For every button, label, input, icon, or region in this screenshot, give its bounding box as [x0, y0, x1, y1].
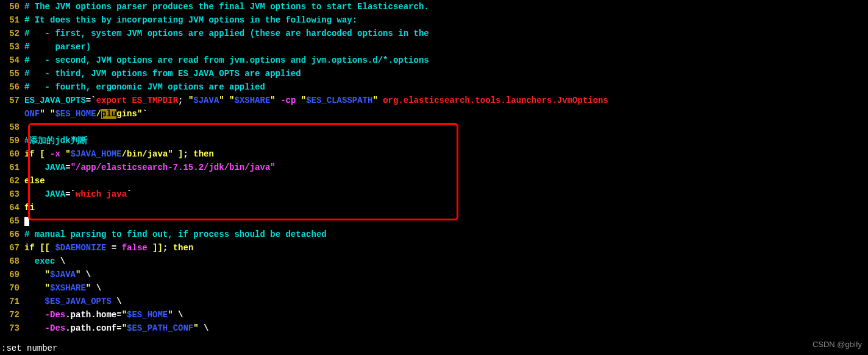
code-line[interactable]: 61 JAVA="/app/elasticsearch-7.15.2/jdk/b… — [0, 161, 868, 174]
code-content[interactable]: # - second, JVM options are read from jv… — [24, 54, 868, 67]
line-number: 61 — [0, 161, 24, 174]
line-number: 65 — [0, 214, 24, 228]
code-content[interactable]: if [[ $DAEMONIZE = false ]]; then — [24, 241, 868, 255]
code-line[interactable]: 68 exec \ — [0, 255, 868, 268]
code-line[interactable]: 65 — [0, 214, 868, 228]
line-number: 56 — [0, 80, 24, 94]
line-number: 51 — [0, 13, 24, 27]
line-number: 54 — [0, 54, 24, 67]
code-editor[interactable]: 50# The JVM options parser produces the … — [0, 0, 868, 335]
code-content[interactable]: # parser) — [24, 40, 868, 54]
code-content[interactable]: "$JAVA" \ — [24, 268, 868, 281]
line-number: 73 — [0, 322, 24, 335]
line-number: 64 — [0, 201, 24, 214]
line-number: 60 — [0, 147, 24, 161]
code-line[interactable]: 62else — [0, 174, 868, 188]
code-content[interactable]: # - fourth, ergonomic JVM options are ap… — [24, 80, 868, 94]
code-content[interactable]: ES_JAVA_OPTS=`export ES_TMPDIR; "$JAVA" … — [24, 94, 868, 107]
code-line[interactable]: 66# manual parsing to find out, if proce… — [0, 228, 868, 241]
line-number: 50 — [0, 0, 24, 13]
line-number: 69 — [0, 268, 24, 281]
code-content[interactable]: exec \ — [24, 255, 868, 268]
line-number: 53 — [0, 40, 24, 54]
line-number: 57 — [0, 94, 24, 107]
code-content[interactable]: # - third, JVM options from ES_JAVA_OPTS… — [24, 67, 868, 80]
code-content[interactable]: ONF" "$ES_HOME/plugins"` — [24, 107, 868, 121]
line-number: 68 — [0, 255, 24, 268]
code-line[interactable]: 58 — [0, 121, 868, 134]
vim-status-line: :set number — [0, 342, 57, 355]
code-content[interactable]: -Des.path.conf="$ES_PATH_CONF" \ — [24, 322, 868, 335]
line-number: 71 — [0, 295, 24, 308]
code-line[interactable]: 67if [[ $DAEMONIZE = false ]]; then — [0, 241, 868, 255]
code-line[interactable]: 72 -Des.path.home="$ES_HOME" \ — [0, 308, 868, 322]
code-line[interactable]: 51# It does this by incorporating JVM op… — [0, 13, 868, 27]
code-line[interactable]: 71 $ES_JAVA_OPTS \ — [0, 295, 868, 308]
code-line[interactable]: 60if [ -x "$JAVA_HOME/bin/java" ]; then — [0, 147, 868, 161]
code-content[interactable]: JAVA="/app/elasticsearch-7.15.2/jdk/bin/… — [24, 161, 868, 174]
code-line[interactable]: 73 -Des.path.conf="$ES_PATH_CONF" \ — [0, 322, 868, 335]
watermark: CSDN @gblfy — [813, 338, 862, 351]
line-number: 72 — [0, 308, 24, 322]
code-content[interactable]: # It does this by incorporating JVM opti… — [24, 13, 868, 27]
code-content[interactable]: # - first, system JVM options are applie… — [24, 27, 868, 40]
code-line[interactable]: 55# - third, JVM options from ES_JAVA_OP… — [0, 67, 868, 80]
code-content[interactable]: # manual parsing to find out, if process… — [24, 228, 868, 241]
line-number: 66 — [0, 228, 24, 241]
code-line[interactable]: 63 JAVA=`which java` — [0, 188, 868, 201]
code-line[interactable]: ONF" "$ES_HOME/plugins"` — [0, 107, 868, 121]
line-number: 67 — [0, 241, 24, 255]
code-content[interactable]: # The JVM options parser produces the fi… — [24, 0, 868, 13]
line-number: 62 — [0, 174, 24, 188]
line-number: 58 — [0, 121, 24, 134]
code-content[interactable]: -Des.path.home="$ES_HOME" \ — [24, 308, 868, 322]
code-line[interactable]: 57ES_JAVA_OPTS=`export ES_TMPDIR; "$JAVA… — [0, 94, 868, 107]
line-number: 55 — [0, 67, 24, 80]
line-number: 63 — [0, 188, 24, 201]
code-line[interactable]: 69 "$JAVA" \ — [0, 268, 868, 281]
line-number: 70 — [0, 281, 24, 295]
code-content[interactable]: $ES_JAVA_OPTS \ — [24, 295, 868, 308]
code-content[interactable]: fi — [24, 201, 868, 214]
line-number: 59 — [0, 134, 24, 147]
code-line[interactable]: 56# - fourth, ergonomic JVM options are … — [0, 80, 868, 94]
code-content[interactable]: JAVA=`which java` — [24, 188, 868, 201]
code-line[interactable]: 64fi — [0, 201, 868, 214]
code-line[interactable]: 54# - second, JVM options are read from … — [0, 54, 868, 67]
code-line[interactable]: 52# - first, system JVM options are appl… — [0, 27, 868, 40]
code-content[interactable]: if [ -x "$JAVA_HOME/bin/java" ]; then — [24, 147, 868, 161]
code-content[interactable]: else — [24, 174, 868, 188]
code-content[interactable]: #添加的jdk判断 — [24, 134, 868, 147]
code-line[interactable]: 53# parser) — [0, 40, 868, 54]
line-number: 52 — [0, 27, 24, 40]
code-line[interactable]: 59#添加的jdk判断 — [0, 134, 868, 147]
code-line[interactable]: 70 "$XSHARE" \ — [0, 281, 868, 295]
code-content[interactable] — [24, 214, 868, 228]
code-line[interactable]: 50# The JVM options parser produces the … — [0, 0, 868, 13]
code-content[interactable]: "$XSHARE" \ — [24, 281, 868, 295]
